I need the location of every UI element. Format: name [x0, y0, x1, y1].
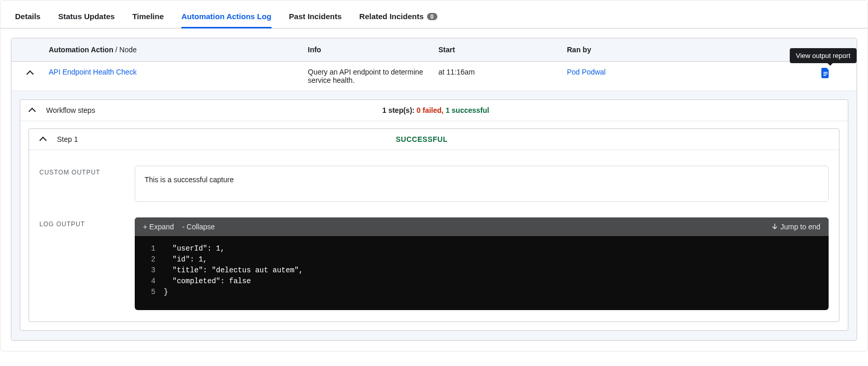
col-header-action: Automation Action / Node — [49, 46, 308, 54]
log-line: 5} — [144, 287, 819, 298]
action-name-link[interactable]: API Endpoint Health Check — [49, 68, 137, 76]
tab-related-incidents[interactable]: Related Incidents 0 — [359, 12, 437, 28]
related-incidents-count-badge: 0 — [427, 13, 437, 20]
step-status: SUCCESSFUL — [87, 135, 756, 143]
workflow-summary: 1 step(s): 0 failed, 1 successful — [105, 106, 767, 114]
row-collapse-toggle[interactable] — [26, 69, 34, 77]
ran-by-link[interactable]: Pod Podwal — [567, 68, 606, 76]
view-output-report-tooltip: View output report — [790, 48, 857, 63]
collapse-log-button[interactable]: - Collapse — [182, 223, 215, 231]
expanded-row-panel: Workflow steps 1 step(s): 0 failed, 1 su… — [11, 91, 857, 340]
log-line: 1 "userId": 1, — [144, 243, 819, 254]
automation-actions-table: Automation Action / Node Info Start Ran … — [11, 38, 857, 341]
log-output-label: LOG OUTPUT — [39, 217, 122, 228]
jump-to-end-button[interactable]: Jump to end — [772, 223, 820, 231]
col-header-start: Start — [438, 46, 567, 54]
tab-past-incidents[interactable]: Past Incidents — [289, 12, 342, 28]
jump-to-end-label: Jump to end — [780, 223, 820, 231]
svg-rect-1 — [823, 74, 828, 75]
log-line: 3 "title": "delectus aut autem", — [144, 265, 819, 276]
tabs-bar: Details Status Updates Timeline Automati… — [1, 12, 867, 28]
table-row: API Endpoint Health Check Query an API e… — [11, 62, 857, 91]
tab-details[interactable]: Details — [15, 12, 40, 28]
step-collapse-toggle[interactable] — [40, 136, 48, 143]
tab-timeline[interactable]: Timeline — [132, 12, 164, 28]
workflow-steps-box: Workflow steps 1 step(s): 0 failed, 1 su… — [20, 99, 848, 331]
svg-rect-0 — [823, 72, 828, 73]
arrow-down-icon — [772, 224, 777, 230]
tab-related-incidents-label: Related Incidents — [359, 12, 423, 21]
view-output-report-icon[interactable] — [821, 68, 830, 78]
step-title: Step 1 — [57, 135, 78, 143]
col-header-info: Info — [308, 46, 438, 54]
step-box: Step 1 SUCCESSFUL CUSTOM OUTPUT This is … — [29, 128, 839, 322]
workflow-collapse-toggle[interactable] — [30, 107, 37, 114]
custom-output-label: CUSTOM OUTPUT — [39, 166, 122, 176]
log-line: 2 "id": 1, — [144, 254, 819, 265]
row-start: at 11:16am — [438, 68, 567, 84]
table-header-row: Automation Action / Node Info Start Ran … — [11, 38, 857, 62]
row-info: Query an API endpoint to determine servi… — [308, 68, 438, 84]
tab-automation-actions-log[interactable]: Automation Actions Log — [181, 12, 272, 28]
log-line: 4 "completed": false — [144, 276, 819, 287]
log-code-block: 1 "userId": 1,2 "id": 1,3 "title": "dele… — [135, 236, 829, 310]
custom-output-value: This is a successful capture — [135, 166, 829, 202]
expand-log-button[interactable]: + Expand — [143, 223, 174, 231]
tab-status-updates[interactable]: Status Updates — [58, 12, 115, 28]
col-header-ran-by: Ran by — [567, 46, 794, 54]
svg-rect-2 — [823, 75, 826, 76]
workflow-steps-title: Workflow steps — [46, 106, 95, 114]
log-output-box: + Expand - Collapse — [135, 217, 829, 310]
